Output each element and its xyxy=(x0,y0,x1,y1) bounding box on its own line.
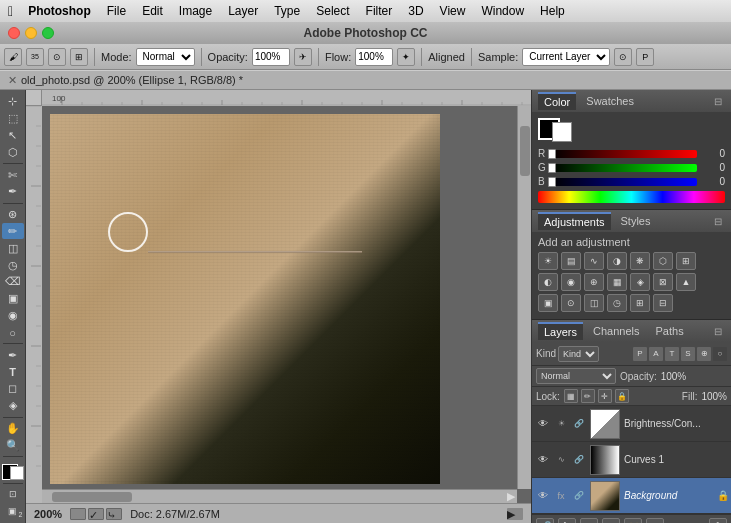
adj-icon-extra1[interactable]: ◫ xyxy=(584,294,604,312)
background-color[interactable] xyxy=(10,466,24,480)
tool-preset-picker[interactable]: 🖌 xyxy=(4,48,22,66)
filter-adjustment-icon[interactable]: A xyxy=(649,347,663,361)
menu-3d[interactable]: 3D xyxy=(401,2,430,20)
brush-size-icon[interactable]: 35 xyxy=(26,48,44,66)
exposure-adj-icon[interactable]: ◑ xyxy=(607,252,627,270)
filter-smart-icon[interactable]: ⊕ xyxy=(697,347,711,361)
lock-position-icon[interactable]: ✛ xyxy=(598,389,612,403)
scrollbar-vertical[interactable] xyxy=(517,106,531,489)
layer-link-icon[interactable]: 🔗 xyxy=(572,453,586,467)
dodge-tool[interactable]: ○ xyxy=(2,325,24,341)
menu-view[interactable]: View xyxy=(433,2,473,20)
scrollbar-thumb-v[interactable] xyxy=(520,126,530,176)
menu-window[interactable]: Window xyxy=(474,2,531,20)
color-spectrum-bar[interactable] xyxy=(538,191,725,203)
zoom-tool[interactable]: 🔍 xyxy=(2,437,24,453)
layer-visibility-toggle[interactable]: 👁 xyxy=(536,489,550,503)
eraser-tool[interactable]: ⌫ xyxy=(2,274,24,290)
layer-fx-icon[interactable]: ☀ xyxy=(554,417,568,431)
selective-color-adj-icon[interactable]: ⊙ xyxy=(561,294,581,312)
color-lookup-adj-icon[interactable]: ▦ xyxy=(607,273,627,291)
scroll-right-arrow[interactable]: ▶ xyxy=(507,490,515,503)
add-mask-button[interactable]: ◻ xyxy=(580,518,598,524)
menu-filter[interactable]: Filter xyxy=(359,2,400,20)
link-layers-button[interactable]: 🔗 xyxy=(536,518,554,524)
lock-all-icon[interactable]: 🔒 xyxy=(615,389,629,403)
layer-visibility-toggle[interactable]: 👁 xyxy=(536,417,550,431)
layer-row[interactable]: 👁 ☀ 🔗 Brightness/Con... xyxy=(532,406,731,442)
tab-swatches[interactable]: Swatches xyxy=(580,93,640,109)
b-slider[interactable] xyxy=(552,178,697,186)
close-button[interactable] xyxy=(8,27,20,39)
bw-adj-icon[interactable]: ◐ xyxy=(538,273,558,291)
tab-paths[interactable]: Paths xyxy=(650,323,690,339)
status-icon-3[interactable]: ⤷ xyxy=(106,508,122,520)
foreground-background-colors[interactable] xyxy=(2,464,24,480)
move-tool[interactable]: ⊹ xyxy=(2,94,24,110)
tab-channels[interactable]: Channels xyxy=(587,323,645,339)
opacity-airbrush-icon[interactable]: ✈ xyxy=(294,48,312,66)
layers-panel-collapse[interactable]: ⊟ xyxy=(711,324,725,338)
background-color-swatch[interactable] xyxy=(552,122,572,142)
colbal-adj-icon[interactable]: ⊞ xyxy=(676,252,696,270)
adj-icon-extra3[interactable]: ⊞ xyxy=(630,294,650,312)
scrollbar-horizontal[interactable]: ▶ xyxy=(42,489,517,503)
filter-shape-icon[interactable]: S xyxy=(681,347,695,361)
menu-select[interactable]: Select xyxy=(309,2,356,20)
status-right-icon[interactable]: ▶ xyxy=(507,508,523,520)
minimize-button[interactable] xyxy=(25,27,37,39)
layer-fx-icon[interactable]: fx xyxy=(554,489,568,503)
channel-mixer-adj-icon[interactable]: ⊕ xyxy=(584,273,604,291)
opacity-input[interactable] xyxy=(252,48,290,66)
sample-icon[interactable]: ⊙ xyxy=(614,48,632,66)
crop-tool[interactable]: ✄ xyxy=(2,167,24,183)
quick-select-tool[interactable]: ⬡ xyxy=(2,145,24,161)
pen-tool[interactable]: ✒ xyxy=(2,347,24,363)
quick-mask-tool[interactable]: ⊡ xyxy=(2,486,24,502)
canvas-viewport[interactable]: ▶ xyxy=(42,106,531,503)
kind-select[interactable]: Kind xyxy=(558,346,599,362)
layer-row[interactable]: 👁 ∿ 🔗 Curves 1 xyxy=(532,442,731,478)
sample-select[interactable]: Current Layer xyxy=(522,48,610,66)
adj-icon-extra4[interactable]: ⊟ xyxy=(653,294,673,312)
pressure-icon[interactable]: P xyxy=(636,48,654,66)
tab-adjustments[interactable]: Adjustments xyxy=(538,212,611,230)
menu-type[interactable]: Type xyxy=(267,2,307,20)
color-panel-collapse[interactable]: ⊟ xyxy=(711,94,725,108)
status-icon-1[interactable] xyxy=(70,508,86,520)
invert-adj-icon[interactable]: ◈ xyxy=(630,273,650,291)
path-selection-tool[interactable]: ◻ xyxy=(2,381,24,397)
menu-help[interactable]: Help xyxy=(533,2,572,20)
menu-photoshop[interactable]: Photoshop xyxy=(21,2,98,20)
menu-layer[interactable]: Layer xyxy=(221,2,265,20)
menu-file[interactable]: File xyxy=(100,2,133,20)
lock-image-icon[interactable]: ✏ xyxy=(581,389,595,403)
layer-row[interactable]: 👁 fx 🔗 Background 🔒 xyxy=(532,478,731,514)
brush-tool[interactable]: ✏ xyxy=(2,223,24,239)
layer-visibility-toggle[interactable]: 👁 xyxy=(536,453,550,467)
new-layer-button[interactable]: + xyxy=(646,518,664,524)
tab-close-icon[interactable]: ✕ xyxy=(8,74,17,87)
adjustments-panel-collapse[interactable]: ⊟ xyxy=(711,214,725,228)
healing-brush-tool[interactable]: ⊛ xyxy=(2,207,24,223)
photo-filter-adj-icon[interactable]: ◉ xyxy=(561,273,581,291)
status-icon-2[interactable]: ✓ xyxy=(88,508,104,520)
g-slider[interactable] xyxy=(552,164,697,172)
posterize-adj-icon[interactable]: ⊠ xyxy=(653,273,673,291)
hand-tool[interactable]: ✋ xyxy=(2,420,24,436)
eyedropper-tool[interactable]: ✒ xyxy=(2,184,24,200)
r-slider[interactable] xyxy=(552,150,697,158)
layer-fx-icon[interactable]: ∿ xyxy=(554,453,568,467)
shape-tool[interactable]: ◈ xyxy=(2,398,24,414)
lock-transparent-icon[interactable]: ▦ xyxy=(564,389,578,403)
filter-toggle[interactable]: ○ xyxy=(713,347,727,361)
lasso-tool[interactable]: ↖ xyxy=(2,128,24,144)
delete-layer-button[interactable]: 🗑 xyxy=(709,518,727,524)
document-tab[interactable]: ✕ old_photo.psd @ 200% (Ellipse 1, RGB/8… xyxy=(0,70,731,90)
g-slider-thumb[interactable] xyxy=(548,163,556,173)
mode-select[interactable]: Normal xyxy=(136,48,195,66)
menu-edit[interactable]: Edit xyxy=(135,2,170,20)
gradient-tool[interactable]: ▣ xyxy=(2,291,24,307)
tab-styles[interactable]: Styles xyxy=(615,213,657,229)
new-fill-adjustment-button[interactable]: ⊕ xyxy=(602,518,620,524)
